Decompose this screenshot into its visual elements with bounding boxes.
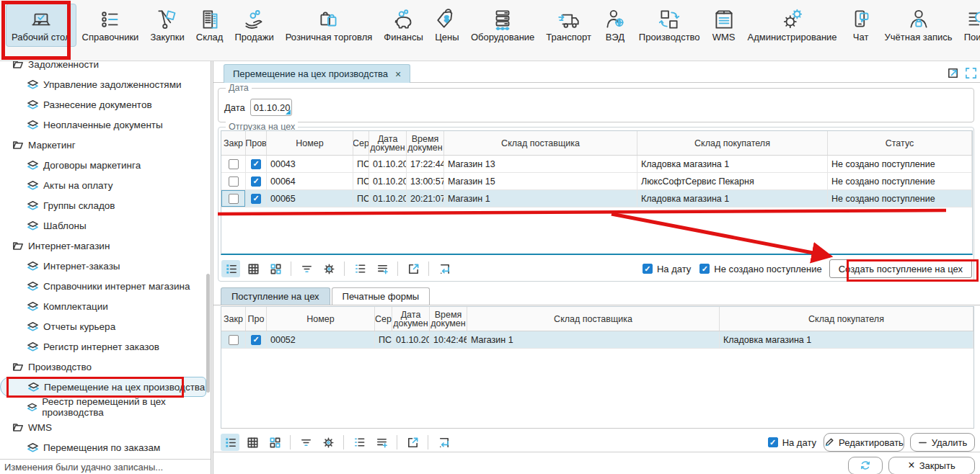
on-date-checkbox[interactable] bbox=[643, 264, 653, 274]
delete-button[interactable]: Удалить bbox=[910, 433, 975, 452]
ribbon-item-sales[interactable]: Продажи bbox=[229, 4, 279, 47]
ribbon-item-transport[interactable]: Транспорт bbox=[540, 4, 597, 47]
no-receipt-checkbox[interactable] bbox=[699, 264, 710, 274]
open-in-window-icon[interactable] bbox=[946, 66, 960, 80]
ribbon-item-references[interactable]: Справочники bbox=[76, 4, 145, 47]
filter-button[interactable] bbox=[296, 434, 315, 451]
on-date-filter[interactable]: На дату bbox=[643, 264, 691, 274]
ribbon-item-equipment[interactable]: Оборудование bbox=[465, 4, 540, 47]
tab-print-forms[interactable]: Печатные формы bbox=[332, 287, 431, 305]
reload-button[interactable] bbox=[435, 260, 454, 277]
sidebar-folder-wms[interactable]: WMS bbox=[0, 417, 211, 437]
view-cards-button[interactable] bbox=[266, 260, 285, 277]
ribbon-item-label: Производство bbox=[639, 32, 700, 43]
numbered-list-button[interactable] bbox=[350, 260, 369, 277]
tab-close-icon[interactable]: × bbox=[395, 70, 401, 79]
refresh-button[interactable] bbox=[848, 457, 883, 474]
filter-button[interactable] bbox=[297, 260, 316, 277]
sidebar-item-warehouse-groups[interactable]: Группы складов bbox=[0, 195, 211, 215]
sidebar-item-moves-by-orders[interactable]: Перемещения по заказам bbox=[0, 437, 211, 457]
tab-receipt-to-shop[interactable]: Поступление на цех bbox=[221, 287, 330, 305]
person-globe-icon bbox=[603, 7, 627, 32]
ribbon-item-account[interactable]: Учётная запись bbox=[879, 4, 958, 47]
on-date-filter[interactable]: На дату bbox=[768, 437, 816, 448]
sidebar-item-unpaid-docs[interactable]: Неоплаченные документы bbox=[0, 115, 211, 135]
export-button[interactable] bbox=[404, 260, 423, 277]
box-icon bbox=[712, 7, 736, 32]
view-grid-button[interactable] bbox=[244, 260, 262, 277]
ribbon-item-foreign-trade[interactable]: ВЭД bbox=[597, 4, 633, 47]
view-grid-button[interactable] bbox=[243, 434, 262, 451]
sidebar-item-payment-acts[interactable]: Акты на оплату bbox=[0, 175, 211, 195]
sidebar-folder-debts[interactable]: Задолженности bbox=[0, 61, 211, 74]
table-row-selected[interactable]: 00065 ПС 01.10.20 20:21:07 Магазин 1 Кла… bbox=[221, 190, 972, 207]
reload-button[interactable] bbox=[434, 434, 453, 451]
closed-checkbox[interactable] bbox=[229, 159, 239, 169]
ribbon-item-desktop[interactable]: Рабочий стол bbox=[6, 4, 76, 47]
closed-checkbox[interactable] bbox=[229, 194, 239, 204]
sidebar-folder-production[interactable]: Производство bbox=[0, 357, 211, 377]
date-input[interactable]: 01.10.20 bbox=[250, 99, 292, 116]
export-button[interactable] bbox=[403, 434, 422, 451]
add-row-button[interactable] bbox=[372, 434, 391, 451]
table-view-toolbar bbox=[221, 434, 453, 451]
document-tab[interactable]: Перемещение на цех производства × bbox=[224, 64, 410, 83]
approved-checkbox[interactable] bbox=[251, 194, 261, 204]
create-receipt-button[interactable]: Создать поступление на цех bbox=[829, 259, 972, 278]
approved-checkbox[interactable] bbox=[251, 335, 261, 345]
close-button[interactable]: × Закрыть bbox=[888, 457, 975, 474]
date-field-label: Дата bbox=[224, 102, 245, 113]
approved-checkbox[interactable] bbox=[251, 159, 261, 169]
closed-checkbox[interactable] bbox=[229, 176, 239, 187]
approved-checkbox[interactable] bbox=[251, 176, 261, 187]
ribbon-item-search[interactable]: Поиск bbox=[958, 4, 980, 47]
fullscreen-icon[interactable] bbox=[964, 66, 978, 80]
sidebar-item-online-orders[interactable]: Интернет-заказы bbox=[0, 256, 211, 276]
ribbon-item-wms[interactable]: WMS bbox=[706, 4, 742, 47]
layers-icon bbox=[27, 321, 39, 332]
table-row[interactable]: 00043 ПС 01.10.20 17:22:44 Магазин 13 Кл… bbox=[221, 156, 972, 173]
edit-button[interactable]: Редактировать bbox=[824, 433, 904, 452]
ribbon-item-finance[interactable]: Финансы bbox=[378, 4, 429, 47]
sidebar-folder-online-store[interactable]: Интернет-магазин bbox=[0, 236, 211, 256]
sidebar-folder-marketing[interactable]: Маркетинг bbox=[0, 135, 211, 155]
sidebar-item-store-references[interactable]: Справочники интернет магазина bbox=[0, 276, 211, 296]
shipment-table: Закр Пров Номер Сер Дата докумен Время д… bbox=[221, 130, 973, 255]
numbered-list-button[interactable] bbox=[350, 434, 368, 451]
sidebar-item-move-to-production-shop[interactable]: Перемещение на цех производства bbox=[0, 377, 206, 397]
view-list-button[interactable] bbox=[221, 260, 240, 277]
folder-icon bbox=[12, 422, 24, 432]
receipt-table: Закр Про Номер Сер Дата докумен Время до… bbox=[221, 306, 974, 429]
sidebar-item-doc-allocation[interactable]: Разнесение документов bbox=[0, 94, 211, 115]
top-ribbon: Рабочий стол Справочники Закупки Склад П… bbox=[0, 0, 980, 61]
view-cards-button[interactable] bbox=[265, 434, 284, 451]
closed-checkbox[interactable] bbox=[229, 335, 239, 345]
sidebar-item-templates[interactable]: Шаблоны bbox=[0, 215, 211, 236]
on-date-checkbox[interactable] bbox=[768, 437, 778, 447]
ribbon-item-label: Чат bbox=[853, 32, 869, 43]
table-row[interactable]: 00064 ПС 01.10.20 13:00:57 Магазин 15 Лю… bbox=[221, 173, 972, 190]
settings-gear-button[interactable] bbox=[319, 260, 338, 277]
footer-divider bbox=[213, 452, 980, 452]
ribbon-item-production[interactable]: Производство bbox=[633, 4, 706, 47]
sidebar-scrollbar[interactable] bbox=[206, 274, 210, 393]
sidebar-item-moves-register[interactable]: Реестр перемещений в цех производства bbox=[0, 397, 211, 417]
add-row-button[interactable] bbox=[373, 260, 392, 277]
sidebar-item-online-orders-register[interactable]: Регистр интернет заказов bbox=[0, 336, 211, 357]
view-list-button[interactable] bbox=[221, 434, 239, 451]
ribbon-item-chat[interactable]: Чат bbox=[843, 4, 879, 47]
settings-gear-button[interactable] bbox=[319, 434, 337, 451]
ribbon-item-retail[interactable]: Розничная торговля bbox=[280, 4, 379, 47]
layers-icon bbox=[27, 79, 39, 90]
no-receipt-filter[interactable]: Не создано поступление bbox=[699, 264, 821, 274]
sidebar-item-debt-management[interactable]: Управление задолженностями bbox=[0, 74, 211, 94]
ribbon-item-warehouse[interactable]: Склад bbox=[190, 4, 229, 47]
sidebar-item-courier-reports[interactable]: Отчеты курьера bbox=[0, 316, 211, 336]
table-row-selected[interactable]: 00052 ПС 01.10.20 10:42:46 Магазин 1 Кла… bbox=[221, 331, 974, 349]
sidebar-item-bundles[interactable]: Комплектации bbox=[0, 296, 211, 316]
shopping-bags-icon bbox=[317, 7, 341, 32]
sidebar-item-marketing-contracts[interactable]: Договоры маркетинга bbox=[0, 155, 211, 175]
ribbon-item-administration[interactable]: Администрирование bbox=[742, 4, 843, 47]
ribbon-item-purchases[interactable]: Закупки bbox=[144, 4, 190, 47]
ribbon-item-prices[interactable]: $ Цены bbox=[429, 4, 465, 47]
